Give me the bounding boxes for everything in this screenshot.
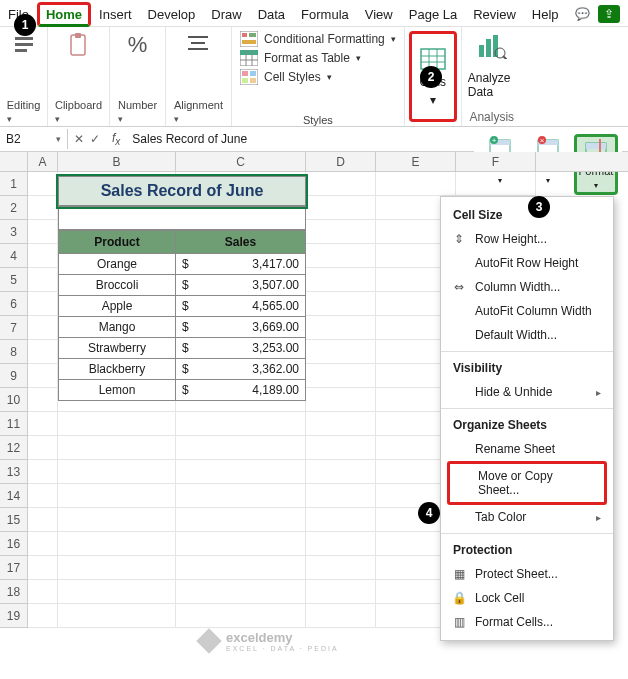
cell[interactable] <box>28 460 58 484</box>
sales-cell[interactable]: $4,189.00 <box>176 380 306 401</box>
row-header-19[interactable]: 19 <box>0 604 28 628</box>
default-width-item[interactable]: Default Width... <box>441 323 613 347</box>
cell[interactable] <box>306 532 376 556</box>
cell[interactable] <box>28 172 58 196</box>
product-cell[interactable]: Apple <box>58 296 176 317</box>
product-cell[interactable]: Broccoli <box>58 275 176 296</box>
sales-cell[interactable]: $3,507.00 <box>176 275 306 296</box>
row-header-11[interactable]: 11 <box>0 412 28 436</box>
cell[interactable] <box>376 172 456 196</box>
cell[interactable] <box>28 484 58 508</box>
cell[interactable] <box>306 412 376 436</box>
cell[interactable] <box>176 556 306 580</box>
cell[interactable] <box>306 364 376 388</box>
cancel-icon[interactable]: ✕ <box>74 132 84 146</box>
tab-insert[interactable]: Insert <box>91 3 140 26</box>
autofit-row-item[interactable]: AutoFit Row Height <box>441 251 613 275</box>
analyze-data-button[interactable]: Analyze Data Analysis <box>461 27 522 126</box>
cell[interactable] <box>176 484 306 508</box>
sales-cell[interactable]: $4,565.00 <box>176 296 306 317</box>
cell[interactable] <box>58 532 176 556</box>
cell[interactable] <box>306 484 376 508</box>
row-header-17[interactable]: 17 <box>0 556 28 580</box>
row-header-16[interactable]: 16 <box>0 532 28 556</box>
cell[interactable] <box>58 412 176 436</box>
format-cells-item[interactable]: ▥Format Cells... <box>441 610 613 634</box>
row-header-1[interactable]: 1 <box>0 172 28 196</box>
cell[interactable] <box>306 604 376 628</box>
product-cell[interactable]: Strawberry <box>58 338 176 359</box>
hide-unhide-item[interactable]: Hide & Unhide▸ <box>441 380 613 404</box>
tab-help[interactable]: Help <box>524 3 567 26</box>
col-header-F[interactable]: F <box>456 152 536 171</box>
row-header-8[interactable]: 8 <box>0 340 28 364</box>
cell[interactable] <box>176 412 306 436</box>
cell[interactable] <box>28 364 58 388</box>
tab-page-layout[interactable]: Page La <box>401 3 465 26</box>
autofit-column-item[interactable]: AutoFit Column Width <box>441 299 613 323</box>
cell[interactable] <box>28 316 58 340</box>
cell[interactable] <box>58 508 176 532</box>
comments-icon[interactable]: 💬 <box>567 3 598 25</box>
col-header-C[interactable]: C <box>176 152 306 171</box>
name-box[interactable]: B2 ▾ <box>0 129 68 149</box>
table-title[interactable]: Sales Record of June <box>58 176 306 207</box>
cell[interactable] <box>306 196 376 220</box>
cell[interactable] <box>306 388 376 412</box>
header-product[interactable]: Product <box>58 230 176 254</box>
move-copy-sheet-item[interactable]: Move or Copy Sheet... <box>450 464 604 502</box>
row-header-3[interactable]: 3 <box>0 220 28 244</box>
row-header-15[interactable]: 15 <box>0 508 28 532</box>
cell[interactable] <box>28 388 58 412</box>
cell[interactable] <box>176 604 306 628</box>
cell[interactable] <box>58 460 176 484</box>
cell[interactable] <box>176 508 306 532</box>
cell[interactable] <box>28 340 58 364</box>
row-header-5[interactable]: 5 <box>0 268 28 292</box>
row-header-2[interactable]: 2 <box>0 196 28 220</box>
tab-data[interactable]: Data <box>250 3 293 26</box>
cell[interactable] <box>28 292 58 316</box>
cell[interactable] <box>176 436 306 460</box>
cell[interactable] <box>28 604 58 628</box>
tab-developer[interactable]: Develop <box>140 3 204 26</box>
group-number[interactable]: % Number▾ <box>110 27 166 126</box>
conditional-formatting-button[interactable]: Conditional Formatting▾ <box>240 31 396 47</box>
product-cell[interactable]: Blackberry <box>58 359 176 380</box>
cell[interactable] <box>176 580 306 604</box>
col-header-B[interactable]: B <box>58 152 176 171</box>
cell[interactable] <box>306 244 376 268</box>
cell[interactable] <box>306 508 376 532</box>
tab-formulas[interactable]: Formula <box>293 3 357 26</box>
row-header-7[interactable]: 7 <box>0 316 28 340</box>
group-clipboard[interactable]: Clipboard▾ <box>48 27 110 126</box>
format-as-table-button[interactable]: Format as Table▾ <box>240 50 396 66</box>
cell[interactable] <box>306 340 376 364</box>
cell[interactable] <box>306 436 376 460</box>
row-height-item[interactable]: ⇕Row Height... <box>441 227 613 251</box>
cell[interactable] <box>306 172 376 196</box>
cell[interactable] <box>306 316 376 340</box>
cell[interactable] <box>28 508 58 532</box>
column-width-item[interactable]: ⇔Column Width... <box>441 275 613 299</box>
cell[interactable] <box>58 484 176 508</box>
row-header-18[interactable]: 18 <box>0 580 28 604</box>
cell[interactable] <box>28 220 58 244</box>
row-header-12[interactable]: 12 <box>0 436 28 460</box>
cell-styles-button[interactable]: Cell Styles▾ <box>240 69 396 85</box>
tab-draw[interactable]: Draw <box>203 3 249 26</box>
cell[interactable] <box>28 268 58 292</box>
product-cell[interactable]: Mango <box>58 317 176 338</box>
cell[interactable] <box>28 532 58 556</box>
group-editing[interactable]: Editing▾ <box>0 27 48 126</box>
cell[interactable] <box>306 268 376 292</box>
cell[interactable] <box>176 532 306 556</box>
col-header-D[interactable]: D <box>306 152 376 171</box>
lock-cell-item[interactable]: 🔒Lock Cell <box>441 586 613 610</box>
cell[interactable] <box>28 556 58 580</box>
cell[interactable] <box>58 436 176 460</box>
cell[interactable] <box>306 220 376 244</box>
row-header-10[interactable]: 10 <box>0 388 28 412</box>
cell[interactable] <box>28 244 58 268</box>
row-header-6[interactable]: 6 <box>0 292 28 316</box>
